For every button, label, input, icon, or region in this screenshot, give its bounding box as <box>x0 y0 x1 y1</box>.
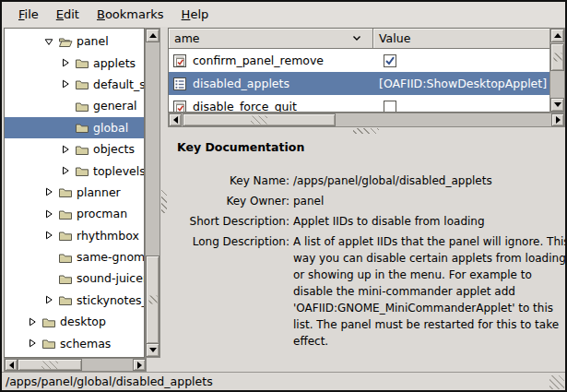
key-value-cell <box>373 54 549 67</box>
scroll-right-button[interactable] <box>133 359 146 371</box>
tree-item-label: global <box>93 121 128 135</box>
folder-icon <box>58 229 73 242</box>
tree-horizontal-scrollbar[interactable] <box>4 358 147 372</box>
pane-splitter-vertical[interactable] <box>160 27 168 372</box>
scroll-down-button[interactable] <box>146 343 159 357</box>
arrow-left-icon <box>9 362 14 369</box>
expander-collapsed-icon[interactable] <box>61 145 70 154</box>
tree-vertical-scrollbar[interactable] <box>145 28 160 358</box>
expander-collapsed-icon[interactable] <box>44 231 53 240</box>
list-vertical-scrollbar[interactable] <box>549 28 565 113</box>
tree-row[interactable]: objects <box>5 138 144 160</box>
key-name-cell: disabled_applets <box>169 77 373 91</box>
list-hscrollbar-thumb[interactable] <box>183 113 336 126</box>
arrow-down-icon <box>149 348 157 352</box>
key-name-cell: disable_force_quit <box>169 100 373 113</box>
value-checkbox-checked[interactable] <box>384 54 396 67</box>
gconf-editor-window: File Edit Bookmarks Help panelappletsdef… <box>0 0 567 392</box>
scroll-right-button[interactable] <box>551 113 564 126</box>
doc-field-value: Applet IIDs to disable from loading <box>293 213 565 230</box>
tree-row[interactable]: stickynotes_ <box>5 290 144 311</box>
list-horizontal-scrollbar[interactable] <box>168 113 565 127</box>
key-name-label: disabled_applets <box>193 77 289 90</box>
tree-item-label: panel <box>77 34 109 48</box>
doc-field-value: panel <box>293 193 565 209</box>
tree-row[interactable]: sound-juicer <box>5 267 144 289</box>
menu-help[interactable]: Help <box>174 5 217 24</box>
tree-scrollbar-thumb[interactable] <box>146 255 159 344</box>
tree-row[interactable]: panel <box>5 30 144 52</box>
thumb-grip <box>41 361 58 369</box>
column-header-value[interactable]: Value <box>373 29 549 49</box>
doc-field-label: Short Description: <box>177 213 289 230</box>
sort-indicator-icon <box>352 35 361 42</box>
column-header-value-label: Value <box>379 31 410 45</box>
table-row[interactable]: confirm_panel_remove <box>169 49 549 72</box>
folder-icon <box>41 315 56 328</box>
scroll-up-button[interactable] <box>146 29 159 42</box>
status-key-path: /apps/panel/global/disabled_applets <box>6 374 213 388</box>
status-bar: /apps/panel/global/disabled_applets <box>2 372 565 390</box>
expander-collapsed-icon[interactable] <box>44 295 53 304</box>
tree-item-label: procman <box>77 207 127 220</box>
folder-icon <box>58 208 73 220</box>
tree-row[interactable]: schemas <box>5 332 144 353</box>
folder-icon <box>58 293 73 306</box>
pane-splitter-horizontal[interactable] <box>168 127 565 135</box>
tree-item-label: same-gnome <box>77 250 145 264</box>
expander-collapsed-icon[interactable] <box>44 209 53 219</box>
expander-collapsed-icon[interactable] <box>61 166 70 175</box>
list-key-icon <box>172 77 187 91</box>
menu-bookmarks[interactable]: Bookmarks <box>89 5 171 24</box>
tree-row[interactable]: same-gnome <box>5 246 144 267</box>
tree-row[interactable]: general <box>5 95 144 116</box>
tree-row[interactable]: desktop <box>5 311 144 332</box>
key-name-label: disable_force_quit <box>193 100 297 112</box>
expander-collapsed-icon[interactable] <box>61 58 70 67</box>
value-checkbox-unchecked[interactable] <box>384 101 396 113</box>
tree-row[interactable]: procman <box>5 203 144 224</box>
menu-file[interactable]: File <box>11 5 46 24</box>
folder-icon <box>58 272 73 285</box>
tree-row[interactable]: applets <box>5 52 144 73</box>
key-name-cell: confirm_panel_remove <box>169 53 373 68</box>
doc-field-value: A list of applet IIDs that the panel wil… <box>293 233 565 350</box>
resize-grip[interactable] <box>549 375 564 389</box>
scroll-down-button[interactable] <box>550 98 564 112</box>
splitter-grip <box>353 128 379 134</box>
menu-edit[interactable]: Edit <box>49 5 87 24</box>
folder-icon <box>58 185 73 198</box>
table-row[interactable]: disable_force_quit <box>169 95 549 112</box>
doc-field-label: Key Name: <box>177 172 289 189</box>
table-row[interactable]: disabled_applets[OAFIID:ShowDesktopApple… <box>169 72 549 95</box>
expander-collapsed-icon[interactable] <box>61 79 70 89</box>
thumb-grip <box>251 116 267 125</box>
arrow-right-icon <box>556 116 561 124</box>
tree-row[interactable]: planner <box>5 182 144 203</box>
arrow-up-icon <box>149 33 157 38</box>
key-documentation-panel: Key Documentation Key Name:/apps/panel/g… <box>168 135 565 372</box>
expander-expanded-icon[interactable] <box>44 37 53 46</box>
tree-item-label: general <box>93 99 137 113</box>
bool-key-icon <box>172 53 187 68</box>
doc-field-label: Key Owner: <box>177 193 289 209</box>
scroll-left-button[interactable] <box>169 113 182 126</box>
list-scrollbar-thumb[interactable] <box>550 43 564 71</box>
arrow-down-icon <box>554 102 561 107</box>
scroll-left-button[interactable] <box>5 359 18 371</box>
folder-icon <box>75 121 89 134</box>
tree-row[interactable]: default_se <box>5 74 144 95</box>
key-value-cell: [OAFIID:ShowDesktopApplet] <box>373 77 549 90</box>
expander-collapsed-icon[interactable] <box>28 317 37 327</box>
tree-row[interactable]: toplevels <box>5 160 144 181</box>
column-header-name[interactable]: ame <box>169 29 373 49</box>
tree-row[interactable]: global <box>5 117 144 138</box>
tree-row[interactable]: rhythmbox <box>5 225 144 246</box>
folder-icon <box>75 143 89 156</box>
tree-hscrollbar-thumb[interactable] <box>18 359 82 371</box>
expander-collapsed-icon[interactable] <box>44 187 53 196</box>
splitter-grip <box>161 189 167 213</box>
tree-item-label: stickynotes_ <box>77 293 145 307</box>
expander-collapsed-icon[interactable] <box>28 339 37 348</box>
scroll-up-button[interactable] <box>550 29 564 42</box>
